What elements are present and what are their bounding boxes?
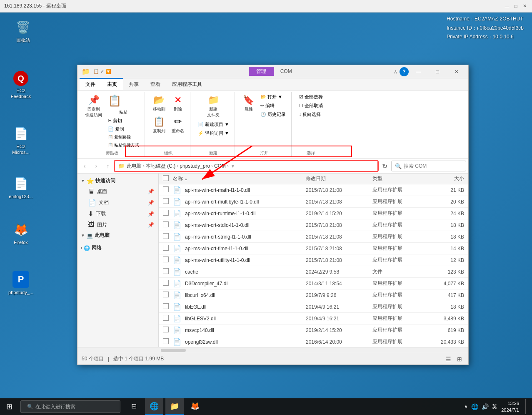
help-btn[interactable]: ?: [400, 67, 409, 76]
table-row[interactable]: 📄api-ms-win-crt-time-l1-1-0.dll2015/7/18…: [159, 243, 468, 254]
checkbox[interactable]: [163, 257, 169, 262]
ribbon-tab-home[interactable]: 主页: [101, 78, 123, 90]
minimize-btn[interactable]: —: [409, 65, 428, 78]
header-type[interactable]: 类型: [372, 175, 422, 182]
desktop-icon-phpstudy[interactable]: P phpstudy_...: [6, 271, 35, 295]
ribbon-tab-share[interactable]: 共享: [123, 79, 145, 90]
easy-access-btn[interactable]: ⚡ 轻松访问 ▼: [196, 129, 231, 137]
row-checkbox[interactable]: [163, 292, 173, 299]
header-check[interactable]: [163, 175, 173, 182]
desktop-icon-ec2micros[interactable]: 📄 EC2Micros...: [6, 125, 35, 156]
manage-tab[interactable]: 管理: [249, 67, 274, 76]
breadcrumb-part-c[interactable]: 本地磁盘 (C:): [146, 163, 175, 170]
taskbar-app-multiwindow[interactable]: ⊟: [125, 398, 143, 415]
header-name[interactable]: 名称 ▲: [173, 175, 306, 182]
table-row[interactable]: 📄libEGL.dll2019/4/9 16:21应用程序扩展18 KB: [159, 301, 468, 313]
taskbar-app-explorer[interactable]: 📁: [165, 398, 184, 415]
copy-path-btn[interactable]: 📋 复制路径: [106, 133, 141, 141]
up-btn[interactable]: ↑: [103, 161, 113, 171]
desktop-icon-ec2feedback[interactable]: Q EC2Feedback: [6, 71, 35, 100]
hscroll-thumb[interactable]: [161, 349, 186, 352]
breadcrumb-part-com[interactable]: COM: [214, 163, 226, 169]
details-view-btn[interactable]: ☰: [444, 355, 453, 364]
checkbox[interactable]: [163, 303, 169, 309]
new-item-btn[interactable]: 📄 新建项目 ▼: [196, 121, 231, 128]
sidebar-item-desktop[interactable]: 🖥 桌面 📌: [77, 186, 158, 197]
row-checkbox[interactable]: [163, 210, 173, 217]
refresh-btn[interactable]: ↻: [380, 161, 390, 171]
table-row[interactable]: 📄api-ms-win-crt-string-l1-1-0.dll2015/7/…: [159, 231, 468, 243]
sidebar-thispc-header[interactable]: ▼ 💻 此电脑: [77, 230, 158, 241]
table-row[interactable]: 📄opengl32sw.dll2016/6/14 20:00应用程序扩展20,4…: [159, 336, 468, 347]
search-box[interactable]: 🔍: [391, 161, 466, 171]
sidebar-item-downloads[interactable]: ⬇ 下载 📌: [77, 208, 158, 219]
tray-lang[interactable]: 英: [492, 403, 497, 410]
taskbar-search[interactable]: 🔍 在此键入进行搜索: [20, 400, 120, 413]
taskbar-datetime[interactable]: 13:26 2024/7/1: [501, 400, 519, 414]
remote-minimize-btn[interactable]: —: [504, 3, 510, 10]
ribbon-tab-view[interactable]: 查看: [145, 79, 166, 90]
pin-to-quickaccess-btn[interactable]: 📌 固定到快速访问: [83, 93, 105, 120]
search-input[interactable]: [404, 163, 466, 169]
row-checkbox[interactable]: [163, 315, 173, 322]
taskbar-app-edge[interactable]: 🌐: [145, 398, 163, 415]
tray-arrow-up[interactable]: ∧: [464, 404, 468, 410]
row-checkbox[interactable]: [163, 327, 173, 334]
checkbox[interactable]: [163, 186, 169, 192]
address-dropdown-chevron[interactable]: ▼: [231, 164, 235, 169]
checkbox[interactable]: [163, 233, 169, 239]
address-box[interactable]: 📁 此电脑 › 本地磁盘 (C:) › phpstudy_pro › COM ›…: [115, 161, 378, 171]
table-row[interactable]: 📄api-ms-win-crt-multibyte-l1-1-0.dll2015…: [159, 196, 468, 208]
header-size[interactable]: 大小: [422, 175, 464, 182]
table-row[interactable]: 📄api-ms-win-crt-runtime-l1-1-0.dll2019/2…: [159, 208, 468, 219]
forward-btn[interactable]: ›: [91, 161, 101, 171]
delete-btn[interactable]: ✕ 删除: [169, 93, 187, 114]
desktop-icon-emlog[interactable]: 📄 emlog123...: [6, 175, 35, 199]
open-btn[interactable]: 📂 打开 ▼: [258, 93, 288, 101]
copy-btn[interactable]: 📄 复制: [106, 125, 141, 133]
row-checkbox[interactable]: [163, 198, 173, 205]
row-checkbox[interactable]: [163, 245, 173, 252]
row-checkbox[interactable]: [163, 186, 173, 194]
paste-shortcut-btn[interactable]: 📋 粘贴快捷方式: [106, 141, 141, 149]
header-checkbox[interactable]: [163, 175, 169, 181]
checkbox[interactable]: [163, 315, 169, 321]
taskbar-app-firefox[interactable]: 🦊: [186, 398, 204, 415]
remote-maximize-btn[interactable]: □: [512, 3, 519, 10]
row-checkbox[interactable]: [163, 338, 173, 345]
start-button[interactable]: ⊞: [0, 398, 18, 415]
breadcrumb-part-thispc[interactable]: 此电脑: [127, 163, 142, 170]
sidebar-quickaccess-header[interactable]: ▼ ⭐ 快速访问: [77, 176, 158, 186]
row-checkbox[interactable]: [163, 233, 173, 240]
row-checkbox[interactable]: [163, 268, 173, 275]
back-btn[interactable]: ‹: [80, 161, 90, 171]
checkbox[interactable]: [163, 280, 169, 286]
checkbox[interactable]: [163, 268, 169, 274]
close-btn[interactable]: ✕: [447, 65, 466, 78]
copy-to-btn[interactable]: 📋 复制到: [150, 115, 168, 136]
ribbon-collapse-btn[interactable]: ∧: [391, 68, 400, 76]
remote-close-btn[interactable]: ✕: [521, 3, 528, 10]
history-btn[interactable]: 🕐 历史记录: [258, 111, 288, 118]
edit-btn[interactable]: ✏ 编辑: [258, 102, 288, 110]
desktop-icon-recycle[interactable]: 🗑️ 回收站: [8, 19, 37, 43]
row-checkbox[interactable]: [163, 303, 173, 310]
select-none-btn[interactable]: ☐ 全部取消: [297, 102, 325, 110]
table-row[interactable]: 📄cache2024/2/29 9:58文件123 KB: [159, 266, 468, 278]
checkbox[interactable]: [163, 245, 169, 251]
show-desktop-btn[interactable]: [525, 399, 528, 414]
maximize-btn[interactable]: □: [428, 65, 447, 78]
table-row[interactable]: 📄api-ms-win-crt-utility-l1-1-0.dll2015/7…: [159, 254, 468, 266]
rename-btn[interactable]: ✏ 重命名: [169, 115, 187, 136]
ribbon-tab-file[interactable]: 文件: [80, 78, 101, 90]
select-all-btn[interactable]: ☑ 全部选择: [297, 93, 325, 101]
row-checkbox[interactable]: [163, 221, 173, 229]
header-date[interactable]: 修改日期: [306, 175, 372, 182]
horizontal-scrollbar[interactable]: [77, 347, 468, 353]
breadcrumb-part-phpstudy[interactable]: phpstudy_pro: [180, 163, 210, 169]
sidebar-item-pictures[interactable]: 🖼 图片 📌: [77, 219, 158, 230]
table-row[interactable]: 📄api-ms-win-crt-stdio-l1-1-0.dll2015/7/1…: [159, 219, 468, 231]
table-row[interactable]: 📄D3Dcompiler_47.dll2014/3/11 18:54应用程序扩展…: [159, 278, 468, 289]
ribbon-tab-app-tools[interactable]: 应用程序工具: [166, 79, 208, 90]
table-row[interactable]: 📄libGLESV2.dll2019/4/9 16:21应用程序扩展3,489 …: [159, 313, 468, 324]
